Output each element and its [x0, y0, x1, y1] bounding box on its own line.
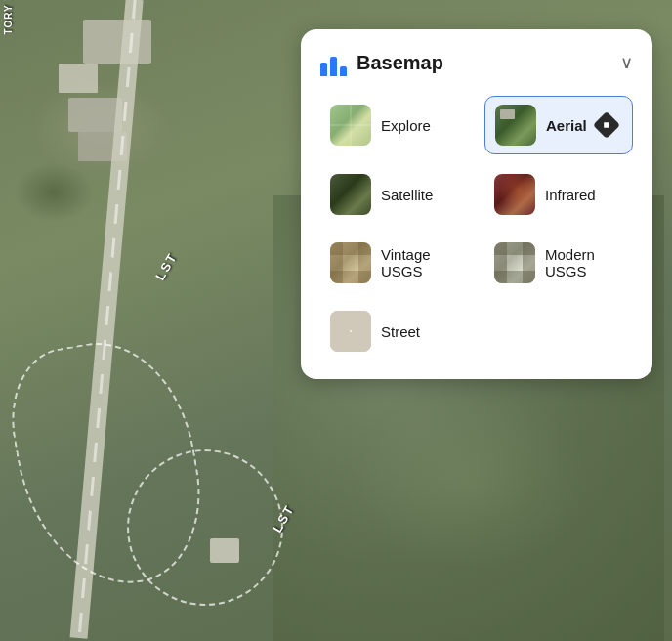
- diamond-inner: [601, 119, 611, 130]
- basemap-label-street: Street: [381, 323, 420, 340]
- aerial-selected-badge: [593, 111, 620, 139]
- basemap-item-aerial[interactable]: Aerial: [484, 96, 633, 154]
- basemap-thumb-explore: [330, 105, 371, 146]
- basemap-item-infrared[interactable]: Infrared: [484, 166, 633, 223]
- basemap-item-vintage-usgs[interactable]: Vintage USGS: [320, 235, 469, 291]
- panel-title: Basemap: [357, 52, 443, 74]
- chevron-down-icon[interactable]: ∨: [620, 52, 633, 73]
- basemap-thumb-vintage: [330, 242, 371, 283]
- esri-logo-icon: [320, 49, 347, 76]
- basemap-thumb-infrared: [494, 174, 535, 215]
- basemap-label-modern-usgs: Modern USGS: [545, 246, 623, 279]
- structure-bottom: [210, 538, 239, 563]
- basemap-label-infrared: Infrared: [545, 187, 596, 203]
- basemap-thumb-modern: [494, 242, 535, 283]
- building-1: [83, 20, 151, 64]
- basemap-panel: Basemap ∨ Explore Aerial Satellite Infra…: [301, 29, 652, 379]
- panel-header-left: Basemap: [320, 49, 443, 76]
- basemap-item-modern-usgs[interactable]: Modern USGS: [484, 235, 633, 291]
- panel-header: Basemap ∨: [320, 49, 633, 76]
- basemap-label-vintage-usgs: Vintage USGS: [381, 246, 459, 279]
- basemap-item-explore[interactable]: Explore: [320, 96, 469, 154]
- basemap-thumb-street: [330, 311, 371, 352]
- basemap-thumb-aerial: [495, 105, 536, 146]
- esri-bar-3: [340, 66, 347, 76]
- basemap-thumb-satellite: [330, 174, 371, 215]
- esri-bar-2: [330, 57, 337, 76]
- basemap-label-aerial: Aerial: [546, 117, 587, 134]
- esri-bar-1: [320, 63, 327, 76]
- basemap-label-explore: Explore: [381, 117, 431, 134]
- mill-road-label: TORY MILL RD: [3, 0, 14, 35]
- basemap-item-satellite[interactable]: Satellite: [320, 166, 469, 223]
- basemap-label-satellite: Satellite: [381, 187, 433, 203]
- basemap-grid: Explore Aerial Satellite Infrared Vintag…: [320, 96, 633, 360]
- basemap-item-street[interactable]: Street: [320, 303, 469, 360]
- path-dotted-2: [127, 449, 283, 606]
- building-2: [59, 64, 98, 93]
